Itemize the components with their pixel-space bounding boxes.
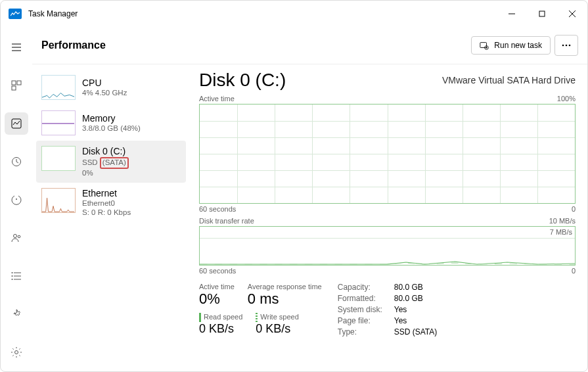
svg-rect-9 — [12, 86, 16, 90]
svg-point-18 — [12, 272, 13, 273]
detail-subtitle: VMware Virtual SATA Hard Drive — [442, 75, 576, 85]
cpu-thumbnail — [41, 75, 76, 100]
svg-point-12 — [16, 198, 17, 200]
maximize-button[interactable] — [527, 1, 557, 27]
chart2-xleft: 60 seconds — [199, 267, 236, 275]
sidebar-item-disk0[interactable]: Disk 0 (C:) SSD (SATA) 0% — [36, 141, 186, 183]
svg-point-14 — [18, 235, 20, 238]
titlebar: Task Manager — [1, 1, 587, 27]
disk-thumbnail — [41, 146, 76, 171]
transfer-rate-chart: 7 MB/s — [199, 226, 576, 266]
svg-point-26 — [562, 45, 564, 47]
nav-details[interactable] — [5, 265, 28, 287]
nav-services[interactable] — [5, 303, 28, 325]
svg-point-21 — [15, 351, 18, 354]
sidebar-item-ethernet[interactable]: EthernetEthernet0S: 0 R: 0 Kbps — [36, 183, 186, 222]
chart2-label: Disk transfer rate — [199, 217, 254, 225]
stat-avg-response-label: Average response time — [248, 283, 322, 291]
cpu-name: CPU — [82, 78, 127, 89]
svg-point-20 — [12, 279, 13, 280]
svg-point-28 — [569, 45, 571, 47]
detail-pane: Disk 0 (C:) VMware Virtual SATA Hard Dri… — [190, 64, 587, 371]
hamburger-icon[interactable] — [5, 36, 28, 58]
chart1-xleft: 60 seconds — [199, 205, 236, 213]
ethernet-rate: S: 0 R: 0 Kbps — [82, 208, 131, 218]
run-task-label: Run new task — [494, 41, 542, 50]
disk-properties-grid: Capacity:80.0 GB Formatted:80.0 GB Syste… — [338, 283, 438, 337]
disk-name: Disk 0 (C:) — [82, 146, 129, 157]
chart2-ymax: 10 MB/s — [549, 217, 576, 225]
svg-rect-7 — [12, 81, 16, 85]
nav-processes[interactable] — [5, 74, 28, 97]
page-title: Performance — [41, 39, 471, 51]
stat-active-time-label: Active time — [199, 283, 235, 291]
stat-avg-response-value: 0 ms — [248, 291, 322, 308]
memory-thumbnail — [41, 110, 76, 135]
subheader: Performance Run new task — [32, 27, 587, 64]
close-button[interactable] — [557, 1, 587, 27]
stat-read-speed-value: 0 KB/s — [199, 322, 242, 336]
minimize-button[interactable] — [497, 1, 527, 27]
nav-performance[interactable] — [5, 112, 28, 135]
ethernet-name: Ethernet — [82, 188, 131, 199]
disk-percent: 0% — [82, 169, 129, 178]
stat-write-speed-label: Write speed — [256, 313, 299, 322]
ethernet-thumbnail — [41, 188, 76, 213]
cpu-subtitle: 4% 4.50 GHz — [82, 89, 127, 98]
app-icon — [9, 9, 22, 19]
nav-users[interactable] — [5, 227, 28, 249]
chart1-xright: 0 — [572, 205, 576, 213]
chart2-xright: 0 — [572, 267, 576, 275]
chart1-label: Active time — [199, 95, 235, 103]
stat-read-speed-label: Read speed — [199, 313, 242, 322]
nav-settings[interactable] — [5, 341, 28, 363]
disk-subtitle: SSD (SATA) — [82, 157, 129, 169]
app-title: Task Manager — [28, 9, 497, 18]
svg-point-19 — [12, 275, 13, 277]
svg-point-13 — [14, 235, 17, 238]
run-new-task-button[interactable]: Run new task — [471, 36, 551, 55]
category-sidebar: CPU4% 4.50 GHz Memory3.8/8.0 GB (48%) Di… — [32, 64, 190, 371]
svg-rect-22 — [480, 43, 487, 48]
memory-subtitle: 3.8/8.0 GB (48%) — [82, 124, 141, 133]
sidebar-item-cpu[interactable]: CPU4% 4.50 GHz — [36, 70, 186, 105]
stat-write-speed-value: 0 KB/s — [256, 322, 299, 336]
sata-highlight: (SATA) — [100, 157, 129, 169]
nav-history[interactable] — [5, 151, 28, 173]
sidebar-item-memory[interactable]: Memory3.8/8.0 GB (48%) — [36, 105, 186, 141]
svg-rect-1 — [539, 11, 545, 16]
ethernet-adapter: Ethernet0 — [82, 199, 131, 208]
stat-active-time-value: 0% — [199, 291, 235, 308]
chart1-ymax: 100% — [557, 95, 576, 103]
memory-name: Memory — [82, 113, 141, 124]
nav-iconbar — [1, 27, 32, 371]
detail-title: Disk 0 (C:) — [199, 70, 286, 91]
svg-point-27 — [566, 45, 568, 47]
nav-startup[interactable] — [5, 189, 28, 211]
active-time-chart — [199, 104, 576, 204]
svg-rect-8 — [17, 81, 21, 85]
run-task-icon — [480, 41, 489, 50]
more-options-button[interactable] — [554, 35, 578, 56]
